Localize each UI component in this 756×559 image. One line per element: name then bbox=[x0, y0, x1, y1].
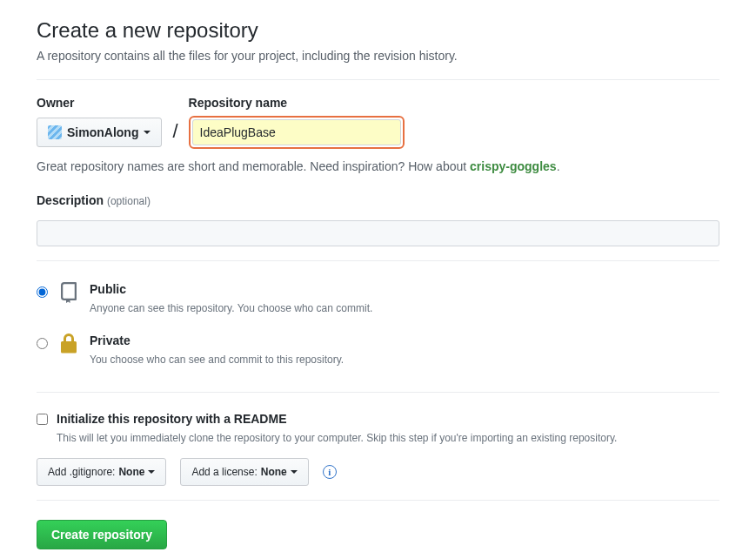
chevron-down-icon bbox=[148, 470, 155, 474]
init-readme-desc: This will let you immediately clone the … bbox=[57, 430, 617, 446]
init-readme-checkbox[interactable] bbox=[37, 414, 48, 425]
page-subtitle: A repository contains all the files for … bbox=[37, 47, 719, 65]
avatar-icon bbox=[48, 125, 62, 139]
gitignore-value: None bbox=[118, 463, 144, 481]
create-repository-button[interactable]: Create repository bbox=[37, 520, 167, 549]
private-desc: You choose who can see and commit to thi… bbox=[90, 352, 344, 367]
chevron-down-icon bbox=[144, 131, 151, 134]
hint-text: Great repository names are short and mem… bbox=[37, 159, 470, 173]
repo-public-icon bbox=[58, 280, 79, 308]
description-label-text: Description bbox=[37, 193, 104, 207]
divider bbox=[37, 260, 719, 261]
license-prefix: Add a license: bbox=[191, 463, 257, 481]
private-radio[interactable] bbox=[37, 338, 48, 349]
repo-name-hint: Great repository names are short and mem… bbox=[37, 158, 719, 176]
gitignore-select[interactable]: Add .gitignore: None bbox=[37, 458, 166, 486]
divider bbox=[37, 79, 719, 80]
public-desc: Anyone can see this repository. You choo… bbox=[90, 300, 372, 316]
public-radio[interactable] bbox=[37, 286, 48, 298]
private-title: Private bbox=[90, 333, 130, 347]
description-optional: (optional) bbox=[107, 195, 151, 207]
info-icon[interactable]: i bbox=[323, 465, 337, 479]
suggestion-link[interactable]: crispy-goggles bbox=[470, 159, 557, 173]
repo-name-highlight bbox=[189, 116, 405, 149]
divider bbox=[37, 500, 719, 501]
description-input[interactable] bbox=[37, 220, 719, 246]
description-label: Description (optional) bbox=[37, 192, 719, 210]
license-value: None bbox=[261, 463, 287, 481]
repo-name-label: Repository name bbox=[189, 94, 405, 112]
divider bbox=[37, 392, 719, 393]
init-readme-title: Initialize this repository with a README bbox=[57, 412, 286, 426]
slash-separator: / bbox=[172, 117, 177, 149]
repo-name-input[interactable] bbox=[192, 119, 401, 145]
owner-select[interactable]: SimonAlong bbox=[37, 118, 162, 147]
owner-name: SimonAlong bbox=[67, 124, 138, 141]
license-select[interactable]: Add a license: None bbox=[180, 458, 308, 486]
lock-icon bbox=[58, 332, 79, 360]
chevron-down-icon bbox=[291, 470, 298, 474]
owner-label: Owner bbox=[37, 94, 162, 112]
public-title: Public bbox=[90, 282, 126, 296]
hint-suffix: . bbox=[557, 159, 560, 173]
page-title: Create a new repository bbox=[37, 17, 719, 44]
gitignore-prefix: Add .gitignore: bbox=[48, 463, 115, 481]
